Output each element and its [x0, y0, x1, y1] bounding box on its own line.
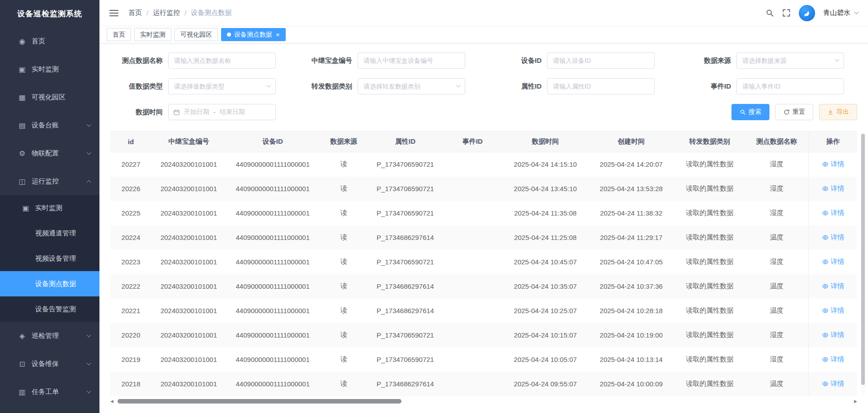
cell-event-id [443, 250, 502, 274]
sidebar-item-video-channel[interactable]: 视频通道管理 [0, 221, 99, 246]
monitor-icon: ▣ [18, 65, 26, 74]
sidebar-item-inspection-mgmt[interactable]: ◈ 巡检管理 [0, 322, 99, 350]
filter-label: 事件ID [679, 82, 736, 91]
reset-button[interactable]: 重置 [775, 104, 813, 120]
breadcrumb-item-home[interactable]: 首页 [128, 9, 142, 17]
column-header: 创建时间 [588, 131, 674, 152]
workorder-icon: ▥ [18, 388, 26, 396]
table-row: 20219 202403200101001 440900000011110000… [110, 347, 857, 372]
vertical-scrollbar-thumb[interactable] [861, 134, 865, 385]
breadcrumb-item-run-monitor[interactable]: 运行监控 [153, 9, 180, 17]
detail-link[interactable]: 详情 [822, 233, 844, 242]
tab-device-point-data[interactable]: 设备测点数据 × [221, 28, 286, 41]
detail-link[interactable]: 详情 [822, 184, 844, 193]
sidebar-item-visual-park[interactable]: ▦ 可视化园区 [0, 83, 99, 111]
point-name-input[interactable] [168, 52, 276, 69]
sidebar-item-iot-config[interactable]: ⚙ 物联配置 [0, 139, 99, 167]
cell-source: 读 [320, 152, 368, 177]
cell-source: 读 [320, 274, 368, 299]
sidebar-item-label: 视频设备管理 [35, 254, 76, 263]
sidebar-item-task-workorder[interactable]: ▥ 任务工单 [0, 378, 99, 406]
detail-link-label: 详情 [831, 282, 844, 291]
hamburger-icon[interactable] [109, 8, 118, 18]
username[interactable]: 青山碧水 [823, 9, 850, 17]
fullscreen-icon[interactable] [782, 9, 791, 17]
data-table: id中继宝盒编号设备ID数据来源属性ID事件ID数据时间创建时间转发数据类别测点… [110, 131, 857, 396]
close-icon[interactable]: × [276, 31, 280, 38]
scroll-left-icon[interactable]: ◀ [110, 399, 113, 404]
detail-link[interactable]: 详情 [822, 306, 844, 315]
sidebar-item-realtime-monitor-sub[interactable]: ▣ 实时监测 [0, 195, 99, 221]
export-button[interactable]: 导出 [819, 104, 857, 120]
horizontal-scrollbar-thumb[interactable] [118, 399, 401, 404]
source-select[interactable] [736, 52, 844, 69]
cell-point-name: 温度 [745, 372, 808, 396]
sidebar-item-device-maintenance[interactable]: ⊡ 设备维保 [0, 350, 99, 378]
tab-label: 实时监测 [140, 31, 165, 39]
sidebar-item-device-ledger[interactable]: ▤ 设备台账 [0, 111, 99, 139]
forward-type-select[interactable] [358, 78, 465, 94]
detail-link[interactable]: 详情 [822, 209, 844, 217]
filter-label: 数据时间 [110, 108, 168, 117]
chevron-down-icon[interactable] [854, 10, 859, 14]
event-id-input[interactable] [736, 78, 844, 94]
tab-home[interactable]: 首页 [107, 28, 131, 41]
attr-id-input[interactable] [547, 78, 655, 94]
avatar[interactable] [799, 5, 815, 21]
search-button[interactable]: 搜索 [731, 104, 769, 120]
cell-data-time: 2025-04-24 10:45:07 [502, 250, 588, 274]
cell-actions: 详情 [809, 274, 857, 299]
sidebar-item-label: 巡检管理 [32, 332, 59, 340]
detail-link[interactable]: 详情 [822, 258, 844, 266]
cell-source: 读 [320, 372, 368, 396]
page-content: 测点数据名称 中继宝盒编号 设备ID 数据来源 [99, 43, 868, 413]
sidebar-item-home[interactable]: ◉ 首页 [0, 27, 99, 55]
sidebar-item-label: 首页 [32, 37, 45, 46]
cell-actions: 详情 [809, 372, 857, 396]
detail-link-label: 详情 [831, 209, 844, 217]
data-time-range-picker[interactable]: 开始日期 - 结束日期 [168, 104, 276, 120]
cell-create-time: 2025-04-24 13:53:28 [588, 177, 674, 201]
column-header: 中继宝盒编号 [151, 131, 226, 152]
detail-link[interactable]: 详情 [822, 380, 844, 388]
app-title: 设备巡检监测系统 [0, 0, 99, 27]
cell-event-id [443, 152, 502, 177]
search-icon[interactable] [765, 9, 774, 17]
table-row: 20225 202403200101001 440900000011110000… [110, 201, 857, 225]
cell-id: 20225 [110, 201, 151, 225]
cell-create-time: 2025-04-24 10:13:14 [588, 347, 674, 372]
tab-visual-park[interactable]: 可视化园区 [175, 28, 218, 41]
detail-link[interactable]: 详情 [822, 331, 844, 339]
table-row: 20224 202403200101001 440900000011110000… [110, 225, 857, 250]
column-header: 事件ID [443, 131, 502, 152]
table-row: 20223 202403200101001 440900000011110000… [110, 250, 857, 274]
cell-actions: 详情 [809, 152, 857, 177]
detail-link[interactable]: 详情 [822, 355, 844, 364]
chevron-down-icon [87, 333, 91, 337]
scroll-right-icon[interactable]: ▶ [854, 399, 857, 404]
sidebar-item-video-device[interactable]: 视频设备管理 [0, 246, 99, 271]
cell-attr-id: P_1734686297614 [368, 299, 443, 323]
cell-data-time: 2025-04-24 11:25:08 [502, 225, 588, 250]
sidebar-item-label: 可视化园区 [32, 93, 66, 102]
eye-icon [822, 234, 829, 241]
sidebar-item-run-monitor[interactable]: ◫ 运行监控 [0, 167, 99, 195]
detail-link[interactable]: 详情 [822, 282, 844, 291]
cell-actions: 详情 [809, 201, 857, 225]
cell-box-no: 202403200101001 [151, 250, 226, 274]
device-id-input[interactable] [547, 52, 655, 69]
box-no-input[interactable] [358, 52, 465, 69]
horizontal-scrollbar[interactable]: ◀ ▶ [110, 398, 857, 405]
cell-event-id [443, 274, 502, 299]
cell-point-name: 湿度 [745, 177, 808, 201]
vertical-scrollbar[interactable] [860, 132, 866, 395]
detail-link[interactable]: 详情 [822, 160, 844, 169]
cell-data-time: 2025-04-24 11:35:08 [502, 201, 588, 225]
sidebar-item-device-alarm[interactable]: 设备告警监测 [0, 296, 99, 322]
sidebar-item-device-point-data[interactable]: 设备测点数据 [0, 271, 99, 296]
tab-realtime-monitoring[interactable]: 实时监测 [134, 28, 171, 41]
value-type-select[interactable] [168, 78, 276, 94]
cell-event-id [443, 299, 502, 323]
sidebar-item-realtime-monitoring[interactable]: ▣ 实时监测 [0, 55, 99, 83]
cell-id: 20224 [110, 225, 151, 250]
